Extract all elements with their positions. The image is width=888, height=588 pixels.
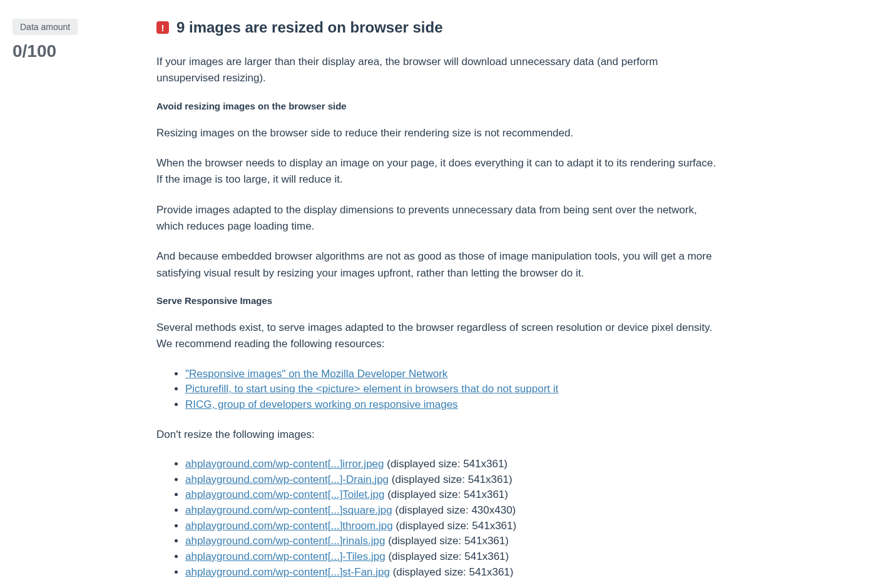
section1-p1: Resizing images on the browser side to r… [156,125,720,141]
section1-p2: When the browser needs to display an ima… [156,155,720,188]
page-title: 9 images are resized on browser side [176,19,443,36]
resource-link[interactable]: Picturefill, to start using the <picture… [185,383,558,395]
image-size: (displayed size: 541x361) [393,520,517,532]
main-content: ! 9 images are resized on browser side I… [138,19,720,588]
image-size: (displayed size: 541x361) [384,458,508,470]
image-link[interactable]: ahplayground.com/wp-content[...]rinals.j… [185,535,385,547]
warning-icon: ! [156,21,169,34]
image-size: (displayed size: 541x361) [390,566,514,578]
list-item: Picturefill, to start using the <picture… [185,382,720,397]
list-item: ahplayground.com/wp-content[...]rinals.j… [185,534,720,549]
image-size: (displayed size: 541x361) [389,474,513,485]
list-item: ahplayground.com/wp-content[...]throom.j… [185,519,720,534]
resource-link[interactable]: RICG, group of developers working on res… [185,398,458,410]
image-link[interactable]: ahplayground.com/wp-content[...]-Tiles.j… [185,550,385,562]
image-link[interactable]: ahplayground.com/wp-content[...]-Drain.j… [185,474,389,485]
list-item: ahplayground.com/wp-content[...]square.j… [185,503,720,519]
category-badge: Data amount [13,19,78,35]
list-item: ahplayground.com/wp-content[...]-Drain.j… [185,472,720,488]
section-heading-avoid: Avoid resizing images on the browser sid… [156,101,720,111]
section1-p3: Provide images adapted to the display di… [156,202,720,235]
sidebar: Data amount 0/100 [13,19,138,588]
section1-p4: And because embedded browser algorithms … [156,248,720,281]
resource-link[interactable]: "Responsive images" on the Mozilla Devel… [185,368,447,380]
list-item: ahplayground.com/wp-content[...]-Tiles.j… [185,549,720,565]
image-size: (displayed size: 541x361) [385,550,509,562]
list-item: "Responsive images" on the Mozilla Devel… [185,367,720,382]
resources-list: "Responsive images" on the Mozilla Devel… [156,367,720,413]
image-size: (displayed size: 541x361) [384,489,508,500]
image-link[interactable]: ahplayground.com/wp-content[...]st-Fan.j… [185,566,390,578]
image-size: (displayed size: 430x430) [392,504,516,516]
title-row: ! 9 images are resized on browser side [156,19,720,36]
score-value: 0/100 [13,41,138,61]
image-size: (displayed size: 541x361) [385,535,509,547]
section2-intro: Several methods exist, to serve images a… [156,320,720,353]
image-link[interactable]: ahplayground.com/wp-content[...]irror.jp… [185,458,384,470]
intro-paragraph: If your images are larger than their dis… [156,54,720,87]
list-item: ahplayground.com/wp-content[...]Toilet.j… [185,487,720,503]
images-intro: Don't resize the following images: [156,427,720,443]
image-link[interactable]: ahplayground.com/wp-content[...]Toilet.j… [185,489,384,500]
image-link[interactable]: ahplayground.com/wp-content[...]throom.j… [185,520,393,532]
list-item: RICG, group of developers working on res… [185,397,720,413]
list-item: ahplayground.com/wp-content[...]st-Fan.j… [185,565,720,580]
images-list: ahplayground.com/wp-content[...]irror.jp… [156,457,720,580]
section-heading-serve: Serve Responsive Images [156,295,720,306]
list-item: ahplayground.com/wp-content[...]irror.jp… [185,457,720,472]
image-link[interactable]: ahplayground.com/wp-content[...]square.j… [185,504,392,516]
